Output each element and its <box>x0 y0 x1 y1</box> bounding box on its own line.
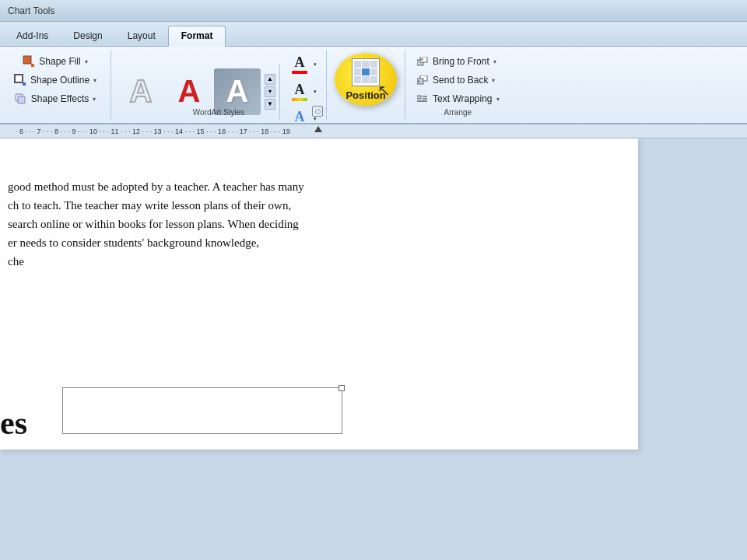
send-to-back-label: Send to Back <box>433 75 488 86</box>
ruler-marker-triangle <box>314 126 322 132</box>
transform-letter: A <box>295 109 305 125</box>
font-color-arrow[interactable]: ▾ <box>314 61 317 68</box>
highlight-letter: A <box>295 82 305 98</box>
pos-cell-br <box>370 76 377 83</box>
highlight-underline <box>292 98 307 101</box>
pos-cell-tr <box>370 61 377 68</box>
wordart-scroll-expand[interactable]: ▾ <box>265 86 275 97</box>
doc-line1: good method must be adopted by a teacher… <box>8 177 304 196</box>
shape-effects-icon <box>15 93 27 105</box>
arrange-group: Bring to Front ▾ Send to Back ▾ <box>405 50 510 120</box>
svg-rect-2 <box>15 75 23 82</box>
ribbon: Shape Fill ▾ Shape Outline ▾ <box>0 47 747 124</box>
text-highlight-button[interactable]: A <box>287 80 312 103</box>
shape-outline-arrow: ▾ <box>93 77 96 84</box>
arrange-group-label: Arrange <box>444 108 472 117</box>
svg-rect-14 <box>417 96 421 99</box>
text-wrapping-button[interactable]: Text Wrapping ▾ <box>412 90 503 107</box>
svg-rect-1 <box>31 64 34 67</box>
title-text: Chart Tools <box>8 5 54 16</box>
position-group: Position ↖ <box>327 50 405 120</box>
doc-line5: che <box>8 252 304 271</box>
doc-body: good method must be adopted by a teacher… <box>8 177 304 271</box>
text-selection-box[interactable] <box>62 387 342 434</box>
shape-outline-icon <box>14 74 26 86</box>
wordart-group-label: WordArt Styles <box>193 108 245 117</box>
tab-format[interactable]: Format <box>168 26 226 47</box>
wordart-group-launcher[interactable]: ⬡ <box>312 106 323 117</box>
position-button[interactable]: Position ↖ <box>335 53 397 106</box>
position-icon <box>352 58 380 86</box>
pos-cell-tl <box>354 61 361 68</box>
pos-cell-bl <box>354 76 361 83</box>
pos-cell-mc <box>362 68 369 75</box>
text-wrapping-label: Text Wrapping <box>433 93 492 104</box>
tab-layout[interactable]: Layout <box>115 26 168 46</box>
title-bar: Chart Tools <box>0 0 747 22</box>
send-to-back-icon <box>416 74 429 86</box>
shape-fill-label: Shape Fill <box>39 56 80 67</box>
tab-design[interactable]: Design <box>61 26 114 46</box>
svg-rect-3 <box>23 82 26 86</box>
highlight-arrow[interactable]: ▾ <box>314 89 317 95</box>
send-to-back-arrow: ▾ <box>492 77 495 84</box>
shape-outline-button[interactable]: Shape Outline ▾ <box>9 72 101 89</box>
position-cursor-icon: ↖ <box>377 81 391 100</box>
doc-line3: search online or within books for lesson… <box>8 215 304 233</box>
ruler-content: · 6 · · · 7 · · · 8 · · · 9 · · · 10 · ·… <box>0 124 747 138</box>
ruler-text: · 6 · · · 7 · · · 8 · · · 9 · · · 10 · ·… <box>16 128 290 135</box>
bring-to-front-arrow: ▾ <box>493 58 496 65</box>
font-color-letter: A <box>295 54 305 71</box>
bring-to-front-button[interactable]: Bring to Front ▾ <box>412 53 503 70</box>
shape-fill-icon <box>23 55 35 68</box>
shape-effects-button[interactable]: Shape Effects ▾ <box>10 90 101 107</box>
wordart-scroll-up[interactable]: ▲ <box>265 74 275 85</box>
shape-fill-button[interactable]: Shape Fill ▾ <box>18 53 92 70</box>
svg-rect-5 <box>18 96 25 103</box>
bring-to-front-label: Bring to Front <box>433 56 489 67</box>
font-color-button[interactable]: A <box>287 53 312 75</box>
font-color-underline <box>292 71 307 74</box>
shape-effects-label: Shape Effects <box>31 93 89 104</box>
shape-fill-arrow: ▾ <box>85 58 88 65</box>
shape-effects-arrow: ▾ <box>93 96 96 103</box>
document-area: good method must be adopted by a teacher… <box>0 138 747 560</box>
wordart-divider <box>279 65 280 119</box>
doc-line2: ch to teach. The teacher may write lesso… <box>8 196 304 215</box>
text-box-handle[interactable] <box>338 385 345 391</box>
wordart-scroll-down[interactable]: ▼ <box>265 99 275 110</box>
text-wrapping-icon <box>416 93 429 105</box>
wordart-group: A A A ▲ ▾ ▼ A ▾ <box>111 50 327 120</box>
pos-cell-tc <box>362 61 369 68</box>
pos-cell-bc <box>362 76 369 83</box>
svg-rect-0 <box>23 56 31 64</box>
doc-line4: er needs to consider students' backgroun… <box>8 233 304 252</box>
document-page: good method must be adopted by a teacher… <box>0 138 638 450</box>
tab-add-ins[interactable]: Add-Ins <box>4 26 61 46</box>
ribbon-tabs: Add-Ins Design Layout Format <box>0 22 747 47</box>
pos-cell-ml <box>354 68 361 75</box>
text-color-subgroup: A ▾ A ▾ A <box>284 53 320 130</box>
send-to-back-button[interactable]: Send to Back ▾ <box>412 72 503 89</box>
text-wrapping-arrow: ▾ <box>496 96 500 103</box>
wordart-style-outline[interactable]: A <box>117 68 164 115</box>
doc-heading: es <box>0 404 27 442</box>
ruler: · 6 · · · 7 · · · 8 · · · 9 · · · 10 · ·… <box>0 124 747 138</box>
shape-outline-label: Shape Outline <box>30 75 89 86</box>
shape-tools-group: Shape Fill ▾ Shape Outline ▾ <box>0 50 111 120</box>
pos-cell-mr <box>370 68 377 75</box>
bring-to-front-icon <box>416 55 429 68</box>
